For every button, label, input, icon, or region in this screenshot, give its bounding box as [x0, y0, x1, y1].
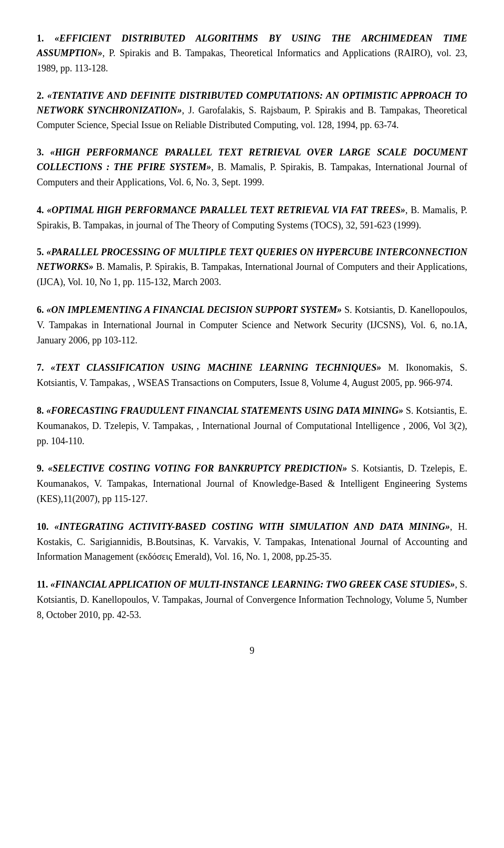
list-item: 10. «INTEGRATING ACTIVITY-BASED COSTING … — [37, 519, 467, 564]
pub-number: 5. — [37, 247, 46, 257]
pub-number: 11. — [37, 579, 50, 590]
pub-number: 1. — [37, 33, 55, 44]
list-item: 3. «HIGH PERFORMANCE PARALLEL TEXT RETRI… — [37, 145, 467, 190]
pub-details: B. Mamalis, P. Spirakis, B. Tampakas, In… — [37, 261, 467, 287]
pub-number: 8. — [37, 405, 46, 416]
pub-title: «TEXT CLASSIFICATION USING MACHINE LEARN… — [51, 362, 382, 373]
list-item: 9. «SELECTIVE COSTING VOTING FOR BANKRUP… — [37, 461, 467, 506]
pub-title: «ON IMPLEMENTING A FINANCIAL DECISION SU… — [46, 305, 342, 315]
pub-number: 3. — [37, 147, 50, 158]
pub-number: 2. — [37, 90, 47, 101]
list-item: 1. «EFFICIENT DISTRIBUTED ALGORITHMS BY … — [37, 32, 467, 76]
list-item: 4. «OPTIMAL HIGH PERFORMANCE PARALLEL TE… — [37, 203, 467, 233]
list-item: 5. «PARALLEL PROCESSING OF MULTIPLE TEXT… — [37, 245, 467, 290]
pub-number: 4. — [37, 205, 47, 215]
pub-number: 9. — [37, 463, 48, 474]
pub-title: «OPTIMAL HIGH PERFORMANCE PARALLEL TEXT … — [47, 205, 405, 215]
pub-title: «FINANCIAL APPLICATION OF MULTI-INSTANCE… — [50, 579, 455, 590]
list-item: 7. «TEXT CLASSIFICATION USING MACHINE LE… — [37, 360, 467, 391]
page-number: 9 — [37, 644, 467, 658]
pub-title: «SELECTIVE COSTING VOTING FOR BANKRUPTCY… — [48, 463, 347, 474]
list-item: 6. «ON IMPLEMENTING A FINANCIAL DECISION… — [37, 302, 467, 348]
publication-list: 1. «EFFICIENT DISTRIBUTED ALGORITHMS BY … — [37, 32, 467, 623]
list-item: 8. «FORECASTING FRAUDULENT FINANCIAL STA… — [37, 403, 467, 448]
pub-title: «INTEGRATING ACTIVITY-BASED COSTING WITH… — [54, 521, 450, 532]
pub-number: 6. — [37, 305, 46, 315]
pub-number: 7. — [37, 362, 51, 373]
list-item: 2. «TENTATIVE AND DEFINITE DISTRIBUTED C… — [37, 89, 467, 133]
pub-number: 10. — [37, 521, 54, 532]
list-item: 11. «FINANCIAL APPLICATION OF MULTI-INST… — [37, 577, 467, 622]
pub-title: «FORECASTING FRAUDULENT FINANCIAL STATEM… — [46, 405, 403, 416]
